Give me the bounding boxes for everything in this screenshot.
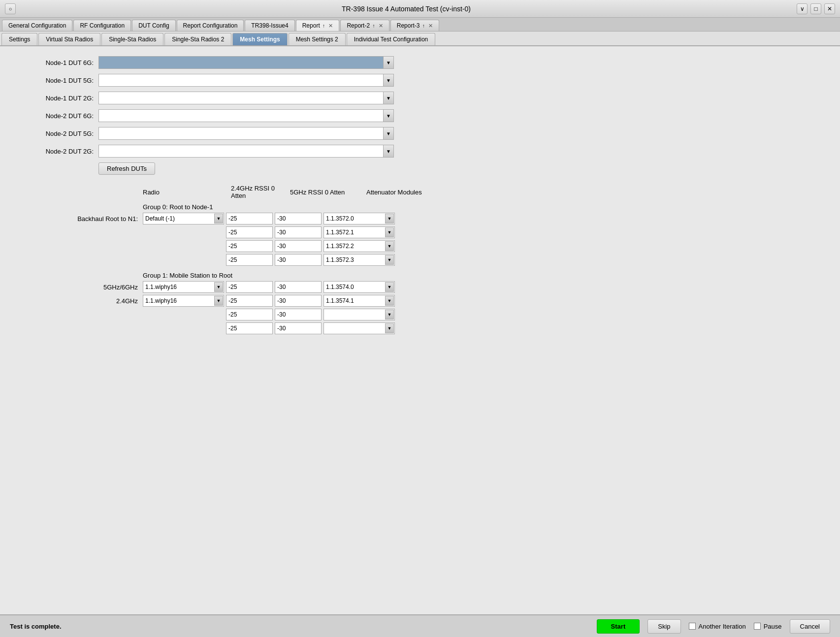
subtab-mesh-settings-2[interactable]: Mesh Settings 2 — [289, 33, 346, 45]
group1-24ghz-dropdown-btn[interactable]: ▼ — [214, 296, 223, 306]
group1-module-0-select[interactable]: 1.1.3574.0 — [323, 281, 395, 293]
tab-report3-close[interactable]: ✕ — [428, 23, 433, 29]
node2-dut-6g-dropdown-btn[interactable]: ▼ — [383, 109, 394, 122]
minimize-button[interactable]: ∨ — [797, 3, 808, 14]
group0-module-1-dropdown-btn[interactable]: ▼ — [385, 227, 394, 237]
group1-5ghz-select[interactable]: 1.1.wiphy16 — [143, 281, 224, 293]
group1-5ghz-label: 5GHz/6GHz — [20, 284, 143, 291]
group0-module-3-select[interactable]: 1.1.3572.3 — [323, 254, 395, 266]
backhaul-rssi24-0[interactable] — [226, 213, 273, 224]
group1-label: Group 1: Mobile Station to Root — [143, 272, 820, 279]
another-iteration-checkbox[interactable] — [689, 623, 696, 630]
node2-dut-5g-select[interactable] — [98, 127, 394, 140]
node2-dut-2g-select[interactable] — [98, 145, 394, 158]
group0-rssi5-2[interactable] — [275, 240, 322, 252]
tab-report-configuration[interactable]: Report Configuration — [177, 20, 244, 31]
node2-dut-5g-label: Node-2 DUT 5G: — [20, 130, 98, 137]
node2-dut-2g-label: Node-2 DUT 2G: — [20, 148, 98, 155]
group1-rssi5-2[interactable] — [275, 309, 322, 320]
close-button[interactable]: ✕ — [824, 3, 835, 14]
group1-rssi24-0[interactable] — [226, 281, 273, 293]
group1-rssi24-1[interactable] — [226, 295, 273, 307]
group1-module-2-select[interactable] — [323, 309, 395, 320]
pause-group: Pause — [754, 623, 782, 630]
tab-report-2[interactable]: Report-2 ↑ ✕ — [340, 20, 389, 31]
node2-dut-5g-select-wrapper: ▼ — [98, 127, 394, 140]
group1-module-0-dropdown-btn[interactable]: ▼ — [385, 282, 394, 292]
subtab-single-sta-radios[interactable]: Single-Sta Radios — [101, 33, 163, 45]
subtab-single-sta-radios-2[interactable]: Single-Sta Radios 2 — [164, 33, 231, 45]
node2-dut-2g-select-wrapper: ▼ — [98, 145, 394, 158]
group1-5ghz-dropdown-btn[interactable]: ▼ — [214, 282, 223, 292]
tab-rf-configuration[interactable]: RF Configuration — [73, 20, 131, 31]
backhaul-radio-select[interactable]: Default (-1) — [143, 213, 224, 224]
group1-rssi5-1[interactable] — [275, 295, 322, 307]
group1-row-2: ▼ — [20, 309, 820, 320]
group1-rssi24-3[interactable] — [226, 322, 273, 334]
window-controls: ∨ □ ✕ — [797, 3, 835, 14]
group0-module-1-select[interactable]: 1.1.3572.1 — [323, 226, 395, 238]
group0-module-3-dropdown-btn[interactable]: ▼ — [385, 255, 394, 265]
group0-module-2-wrapper: 1.1.3572.2 ▼ — [323, 240, 395, 252]
group1-module-3-wrapper: ▼ — [323, 322, 395, 334]
group1-module-2-dropdown-btn[interactable]: ▼ — [385, 310, 394, 319]
tab-report2-close[interactable]: ✕ — [379, 23, 383, 29]
tab-dut-config[interactable]: DUT Config — [132, 20, 175, 31]
group1-module-3-select[interactable] — [323, 322, 395, 334]
subtab-settings[interactable]: Settings — [1, 33, 37, 45]
group1-module-1-select[interactable]: 1.1.3574.1 — [323, 295, 395, 307]
backhaul-module-0-select[interactable]: 1.1.3572.0 — [323, 213, 395, 224]
group1-rssi5-0[interactable] — [275, 281, 322, 293]
node1-dut-5g-row: Node-1 DUT 5G: ▼ — [20, 74, 820, 87]
group0-rssi24-1[interactable] — [226, 226, 273, 238]
node1-dut-6g-select[interactable] — [98, 56, 394, 69]
tab-report-3[interactable]: Report-3 ↑ ✕ — [390, 20, 439, 31]
node1-dut-2g-dropdown-btn[interactable]: ▼ — [383, 92, 394, 104]
cancel-button[interactable]: Cancel — [790, 619, 830, 634]
subtab-virtual-sta-radios[interactable]: Virtual Sta Radios — [38, 33, 100, 45]
node2-dut-6g-select[interactable] — [98, 109, 394, 122]
backhaul-radio-dropdown-btn[interactable]: ▼ — [214, 214, 223, 223]
start-button[interactable]: Start — [597, 619, 640, 634]
node1-dut-2g-select[interactable] — [98, 92, 394, 104]
subtab-mesh-settings[interactable]: Mesh Settings — [232, 33, 287, 45]
group0-rssi24-3[interactable] — [226, 254, 273, 266]
node1-dut-6g-dropdown-btn[interactable]: ▼ — [383, 56, 394, 69]
group0-module-2-select[interactable]: 1.1.3572.2 — [323, 240, 395, 252]
group0-row-1: 1.1.3572.1 ▼ — [20, 226, 820, 238]
group0-rssi5-3[interactable] — [275, 254, 322, 266]
node2-dut-5g-dropdown-btn[interactable]: ▼ — [383, 127, 394, 140]
refresh-duts-button[interactable]: Refresh DUTs — [98, 162, 155, 175]
bottom-bar: Test is complete. Start Skip Another Ite… — [0, 614, 840, 637]
tab-report-close[interactable]: ✕ — [328, 23, 333, 29]
node1-dut-5g-dropdown-btn[interactable]: ▼ — [383, 74, 394, 87]
window-control-left[interactable]: ○ — [5, 3, 16, 14]
subtab-individual-test-configuration[interactable]: Individual Test Configuration — [347, 33, 436, 45]
group1-rssi24-2[interactable] — [226, 309, 273, 320]
node2-dut-2g-dropdown-btn[interactable]: ▼ — [383, 145, 394, 158]
node1-dut-5g-select[interactable] — [98, 74, 394, 87]
tab-general-configuration[interactable]: General Configuration — [2, 20, 72, 31]
top-tab-bar: General Configuration RF Configuration D… — [0, 18, 840, 32]
backhaul-rssi5-0[interactable] — [275, 213, 322, 224]
maximize-button[interactable]: □ — [810, 3, 821, 14]
group0-module-3-wrapper: 1.1.3572.3 ▼ — [323, 254, 395, 266]
skip-button[interactable]: Skip — [647, 619, 680, 634]
group0-rssi5-1[interactable] — [275, 226, 322, 238]
group1-rssi5-3[interactable] — [275, 322, 322, 334]
group0-module-2-dropdown-btn[interactable]: ▼ — [385, 241, 394, 251]
another-iteration-label: Another Iteration — [699, 623, 746, 630]
group1-module-3-dropdown-btn[interactable]: ▼ — [385, 323, 394, 333]
sub-tab-bar: Settings Virtual Sta Radios Single-Sta R… — [0, 32, 840, 46]
tab-report[interactable]: Report ↑ ✕ — [296, 20, 340, 31]
group1-24ghz-select[interactable]: 1.1.wiphy16 — [143, 295, 224, 307]
group1-24ghz-label: 2.4GHz — [20, 297, 143, 305]
group1-module-1-wrapper: 1.1.3574.1 ▼ — [323, 295, 395, 307]
backhaul-module-0-dropdown-btn[interactable]: ▼ — [385, 214, 394, 223]
group0-label: Group 0: Root to Node-1 — [143, 203, 820, 211]
table-section: Radio 2.4GHz RSSI 0 Atten 5GHz RSSI 0 At… — [20, 185, 820, 334]
group1-module-1-dropdown-btn[interactable]: ▼ — [385, 296, 394, 306]
pause-checkbox[interactable] — [754, 623, 761, 630]
tab-tr398-issue4[interactable]: TR398-Issue4 — [245, 20, 294, 31]
group0-rssi24-2[interactable] — [226, 240, 273, 252]
